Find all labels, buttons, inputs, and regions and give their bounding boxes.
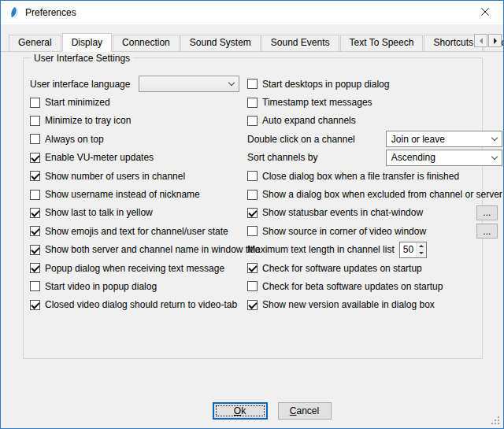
checkbox-icon[interactable] <box>30 245 40 255</box>
window-title: Preferences <box>25 7 76 18</box>
check-desktops-popup[interactable]: Start desktops in popup dialog <box>247 75 502 93</box>
arrow-up-icon <box>419 245 424 247</box>
spinner-up-button[interactable] <box>417 242 426 250</box>
tab-bar: General Display Connection Sound System … <box>1 24 503 52</box>
sort-channels-select[interactable]: Ascending <box>386 150 502 166</box>
checkbox-icon[interactable] <box>247 171 258 181</box>
max-text-length-value: 50 <box>400 242 416 257</box>
footer-buttons: Ok Cancel <box>1 402 503 420</box>
video-source-more-button[interactable]: ... <box>476 224 498 239</box>
sort-channels-row: Sort channels by Ascending <box>247 149 502 167</box>
checkbox-icon[interactable] <box>247 281 258 291</box>
check-video-popup[interactable]: Start video in popup dialog <box>30 277 239 295</box>
titlebar[interactable]: Preferences <box>1 1 503 24</box>
checkbox-icon[interactable] <box>30 208 40 218</box>
app-icon <box>8 6 20 19</box>
left-column: User interface language Start minimized … <box>30 75 247 314</box>
checkbox-icon[interactable] <box>30 300 40 310</box>
check-software-updates[interactable]: Check for software updates on startup <box>247 259 502 277</box>
checkbox-icon[interactable] <box>247 98 258 108</box>
tab-sound-system[interactable]: Sound System <box>180 35 261 51</box>
check-minimize-to-tray[interactable]: Minimize to tray icon <box>30 112 239 130</box>
check-show-username[interactable]: Show username instead of nickname <box>30 185 239 203</box>
checkbox-icon[interactable] <box>247 300 258 310</box>
spinner-arrows <box>416 242 426 257</box>
spinner-down-button[interactable] <box>417 250 426 257</box>
check-show-emojis[interactable]: Show emojis and text for channel/user st… <box>30 222 239 240</box>
checkbox-icon[interactable] <box>30 281 40 291</box>
checkbox-icon[interactable] <box>247 116 258 126</box>
arrow-down-icon <box>419 252 424 254</box>
checkbox-icon[interactable] <box>30 171 40 181</box>
check-beta-updates[interactable]: Check for beta software updates on start… <box>247 277 502 295</box>
right-column: Start desktops in popup dialog Timestamp… <box>247 75 502 314</box>
double-click-row: Double click on a channel Join or leave <box>247 130 502 148</box>
check-auto-expand-channels[interactable]: Auto expand channels <box>247 112 502 130</box>
check-show-user-count[interactable]: Show number of users in channel <box>30 167 239 185</box>
checkbox-icon[interactable] <box>30 134 40 144</box>
checkbox-icon[interactable] <box>247 263 258 273</box>
language-label: User interface language <box>30 79 130 90</box>
ok-button[interactable]: Ok <box>213 402 268 420</box>
tab-general[interactable]: General <box>9 35 61 51</box>
arrow-left-icon <box>480 38 483 44</box>
check-last-to-talk-yellow[interactable]: Show last to talk in yellow <box>30 204 239 222</box>
tab-text-to-speech[interactable]: Text To Speech <box>340 35 424 51</box>
arrow-right-icon <box>494 38 497 44</box>
check-dialog-when-excluded[interactable]: Show a dialog box when excluded from cha… <box>247 185 502 203</box>
double-click-label: Double click on a channel <box>247 134 355 145</box>
chevron-down-icon <box>491 153 498 160</box>
check-start-minimized[interactable]: Start minimized <box>30 93 239 111</box>
checkbox-icon[interactable] <box>247 190 258 200</box>
check-new-version-dialog[interactable]: Show new version available in dialog box <box>247 296 502 314</box>
cancel-button[interactable]: Cancel <box>278 402 332 420</box>
check-vu-meter-updates[interactable]: Enable VU-meter updates <box>30 149 239 167</box>
chevron-down-icon <box>228 80 235 86</box>
check-timestamp-messages[interactable]: Timestamp text messages <box>247 93 502 111</box>
check-popup-on-text-message[interactable]: Popup dialog when receiving text message <box>30 259 239 277</box>
checkbox-icon[interactable] <box>30 190 40 200</box>
max-text-length-spinner[interactable]: 50 <box>399 242 427 258</box>
resize-grip[interactable] <box>490 415 500 425</box>
user-interface-settings-group: User Interface Settings User interface l… <box>23 57 483 359</box>
close-icon <box>481 7 489 18</box>
settings-columns: User interface language Start minimized … <box>24 58 482 314</box>
group-title: User Interface Settings <box>31 53 133 64</box>
tab-scroll-buttons <box>473 34 502 47</box>
checkbox-icon[interactable] <box>30 116 40 126</box>
checkbox-icon[interactable] <box>30 263 40 273</box>
close-button[interactable] <box>467 1 503 24</box>
chevron-down-icon <box>491 135 498 141</box>
statusbar-events-row: Show statusbar events in chat-window ... <box>247 204 502 222</box>
checkbox-icon[interactable] <box>247 208 258 218</box>
checkbox-icon[interactable] <box>30 98 40 108</box>
double-click-value: Join or leave <box>391 134 445 145</box>
sort-channels-label: Sort channels by <box>247 152 317 163</box>
language-select[interactable] <box>139 76 239 92</box>
check-closed-video-return[interactable]: Closed video dialog should return to vid… <box>30 296 239 314</box>
statusbar-events-more-button[interactable]: ... <box>476 205 498 220</box>
max-text-length-row: Maximum text length in channel list 50 <box>247 241 502 259</box>
checkbox-icon[interactable] <box>247 226 258 236</box>
checkbox-icon[interactable] <box>30 226 40 236</box>
check-always-on-top[interactable]: Always on top <box>30 130 239 148</box>
video-source-corner-row: Show source in corner of video window ..… <box>247 222 502 240</box>
check-server-channel-in-title[interactable]: Show both server and channel name in win… <box>30 241 239 259</box>
tab-scroll-left-button[interactable] <box>474 34 487 47</box>
preferences-window: Preferences General Display Connection S… <box>0 0 504 429</box>
tab-connection[interactable]: Connection <box>113 35 180 51</box>
double-click-select[interactable]: Join or leave <box>386 131 502 147</box>
tab-scroll-right-button[interactable] <box>488 34 502 47</box>
tab-display[interactable]: Display <box>62 33 112 52</box>
tab-sound-events[interactable]: Sound Events <box>261 35 339 51</box>
language-row: User interface language <box>30 75 239 93</box>
max-text-length-label: Maximum text length in channel list <box>247 244 395 255</box>
check-close-on-transfer-finished[interactable]: Close dialog box when a file transfer is… <box>247 167 502 185</box>
checkbox-icon[interactable] <box>30 153 40 163</box>
sort-channels-value: Ascending <box>391 152 435 163</box>
checkbox-icon[interactable] <box>247 79 258 89</box>
